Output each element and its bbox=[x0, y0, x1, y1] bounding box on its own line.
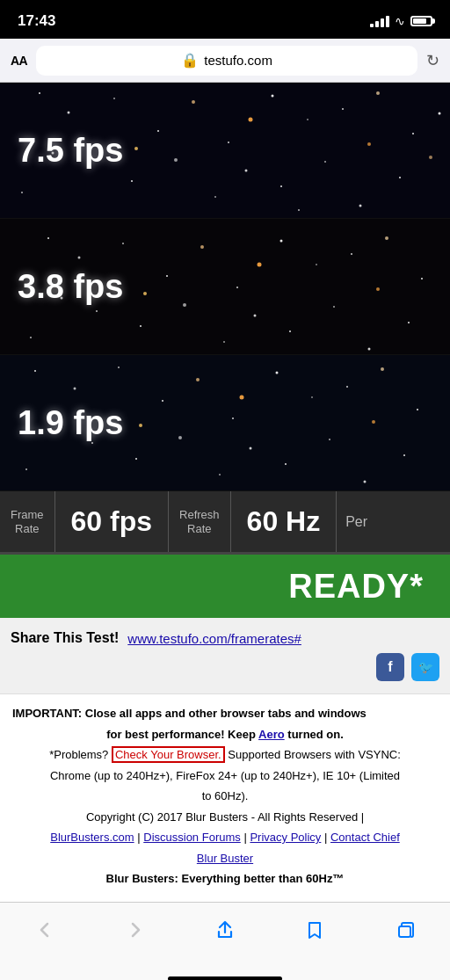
browser-bar: AA 🔒 testufo.com ↻ bbox=[0, 39, 450, 83]
url-bar[interactable]: 🔒 testufo.com bbox=[36, 46, 417, 76]
svg-point-18 bbox=[280, 185, 282, 187]
svg-point-80 bbox=[372, 420, 375, 424]
share-url[interactable]: www.testufo.com/framerates# bbox=[127, 631, 301, 646]
svg-point-16 bbox=[214, 196, 216, 198]
ready-bar: READY* bbox=[0, 555, 450, 618]
svg-point-1 bbox=[39, 92, 40, 94]
refresh-rate-label: Refresh Rate bbox=[169, 491, 231, 552]
reload-button[interactable]: ↻ bbox=[426, 51, 439, 70]
svg-point-46 bbox=[254, 315, 257, 317]
check-browser-link[interactable]: Check Your Browser. bbox=[112, 746, 225, 763]
svg-point-56 bbox=[34, 370, 36, 372]
svg-point-22 bbox=[429, 156, 432, 159]
svg-point-48 bbox=[333, 306, 335, 308]
svg-point-59 bbox=[162, 400, 163, 402]
signal-icon bbox=[370, 16, 389, 27]
svg-point-43 bbox=[140, 325, 142, 327]
refresh-rate-value: 60 Hz bbox=[231, 491, 338, 552]
copyright-line: Copyright (C) 2017 Blur Busters - All Ri… bbox=[12, 809, 438, 826]
svg-point-49 bbox=[368, 348, 371, 351]
fps-label-2: 3.8 fps bbox=[18, 268, 123, 306]
privacy-link[interactable]: Privacy Policy bbox=[250, 831, 321, 844]
svg-point-2 bbox=[68, 112, 70, 114]
controls-bar: Frame Rate 60 fps Refresh Rate 60 Hz Per bbox=[0, 491, 450, 555]
svg-point-73 bbox=[285, 463, 287, 465]
status-time: 17:43 bbox=[18, 12, 55, 30]
bookmarks-button[interactable] bbox=[295, 911, 334, 949]
svg-point-68 bbox=[91, 442, 93, 444]
svg-point-31 bbox=[78, 257, 81, 259]
svg-point-15 bbox=[174, 158, 178, 162]
battery-icon bbox=[410, 16, 432, 26]
svg-point-64 bbox=[346, 386, 348, 388]
svg-point-21 bbox=[399, 177, 401, 178]
twitter-button[interactable]: 🐦 bbox=[411, 653, 439, 681]
problems-line: *Problems? Check Your Browser. Supported… bbox=[12, 746, 438, 764]
svg-point-79 bbox=[139, 424, 142, 427]
svg-point-23 bbox=[21, 192, 23, 193]
browser-aa[interactable]: AA bbox=[11, 54, 27, 68]
tagline: Blur Busters: Everything better than 60H… bbox=[12, 870, 438, 888]
svg-point-6 bbox=[228, 142, 229, 143]
svg-point-44 bbox=[183, 303, 186, 307]
share-row: Share This Test! www.testufo.com/framera… bbox=[11, 630, 439, 646]
facebook-icon: f bbox=[388, 659, 392, 675]
svg-point-53 bbox=[143, 292, 147, 295]
svg-point-71 bbox=[219, 474, 221, 475]
svg-point-50 bbox=[408, 322, 410, 323]
contact-link[interactable]: Contact Chief bbox=[330, 831, 400, 844]
svg-point-10 bbox=[376, 91, 380, 95]
svg-rect-81 bbox=[399, 926, 410, 937]
bookmarks-icon bbox=[305, 920, 324, 940]
tabs-button[interactable] bbox=[386, 911, 425, 949]
back-icon bbox=[35, 920, 54, 940]
svg-point-60 bbox=[196, 378, 200, 381]
svg-point-8 bbox=[307, 119, 308, 120]
blur-buster-link[interactable]: Blur Buster bbox=[197, 852, 253, 865]
svg-point-5 bbox=[192, 100, 195, 104]
svg-point-3 bbox=[113, 98, 115, 99]
svg-point-42 bbox=[96, 310, 98, 312]
svg-point-26 bbox=[249, 118, 253, 122]
svg-point-4 bbox=[157, 130, 159, 132]
tabs-icon bbox=[396, 920, 415, 940]
svg-point-19 bbox=[324, 161, 326, 163]
svg-point-51 bbox=[30, 337, 32, 338]
discussion-link[interactable]: Discussion Forums bbox=[143, 831, 241, 844]
svg-point-54 bbox=[376, 287, 380, 291]
frame-rate-label: Frame Rate bbox=[0, 491, 55, 552]
svg-point-38 bbox=[351, 253, 352, 255]
svg-point-74 bbox=[329, 439, 330, 440]
back-button[interactable] bbox=[25, 911, 64, 949]
svg-point-39 bbox=[385, 236, 388, 240]
svg-point-70 bbox=[178, 436, 182, 439]
svg-point-76 bbox=[403, 454, 405, 456]
svg-point-14 bbox=[131, 180, 133, 182]
svg-point-72 bbox=[250, 447, 252, 450]
svg-point-33 bbox=[166, 275, 168, 277]
status-bar: 17:43 ∿ bbox=[0, 0, 450, 39]
svg-point-63 bbox=[311, 396, 313, 398]
svg-point-27 bbox=[134, 147, 138, 150]
share-button[interactable] bbox=[206, 911, 244, 949]
svg-point-57 bbox=[74, 388, 76, 390]
svg-point-35 bbox=[236, 287, 238, 288]
share-icon bbox=[215, 920, 235, 940]
share-section: Share This Test! www.testufo.com/framera… bbox=[0, 618, 450, 694]
url-text: testufo.com bbox=[204, 53, 272, 68]
facebook-button[interactable]: f bbox=[376, 653, 404, 681]
forward-button[interactable] bbox=[116, 911, 155, 949]
svg-point-61 bbox=[232, 417, 234, 419]
svg-point-11 bbox=[412, 133, 414, 134]
wifi-icon: ∿ bbox=[395, 14, 405, 28]
home-indicator bbox=[0, 975, 450, 981]
svg-point-20 bbox=[359, 205, 362, 207]
twitter-icon: 🐦 bbox=[418, 660, 433, 674]
share-label: Share This Test! bbox=[11, 630, 119, 646]
browsers-line2: to 60Hz). bbox=[12, 788, 438, 805]
links-line: BlurBusters.com | Discussion Forums | Pr… bbox=[12, 829, 438, 846]
svg-point-7 bbox=[272, 95, 274, 98]
blurbusters-link[interactable]: BlurBusters.com bbox=[50, 831, 134, 844]
forward-icon bbox=[126, 920, 145, 940]
aero-link[interactable]: Aero bbox=[258, 728, 285, 741]
